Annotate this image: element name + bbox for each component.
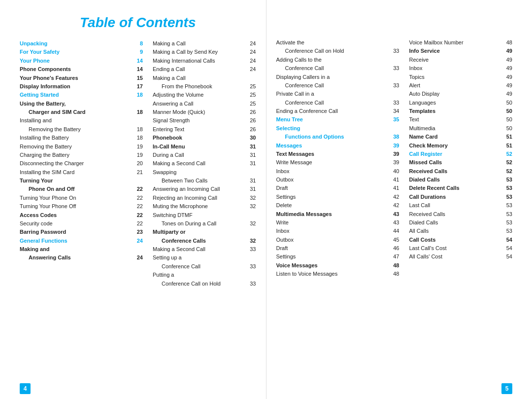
list-item: Your Phone14: [20, 57, 143, 65]
dots-fill: [72, 148, 133, 148]
dots-fill: [184, 156, 246, 157]
entry-label: Phonebook: [153, 134, 182, 142]
list-item: Conference Call33: [153, 262, 256, 271]
entry-label: Setting up a: [153, 254, 182, 262]
dots-fill: [332, 216, 390, 216]
list-item: Getting Started18: [20, 91, 143, 99]
list-item: Multimedia Messages43: [276, 210, 399, 218]
list-item: Switching DTMF: [153, 211, 256, 219]
list-item: Call Costs54: [409, 236, 513, 244]
entry-label: Display Information: [20, 82, 70, 91]
dots-fill: [429, 232, 502, 233]
page-number: 49: [502, 56, 512, 64]
page-number: 53: [502, 210, 512, 218]
entry-label: Conference Calls: [153, 237, 206, 245]
list-item: Delete Recent Calls53: [409, 184, 513, 192]
entry-label: Templates: [409, 107, 436, 115]
list-item: Making a Second Call31: [153, 159, 256, 168]
dots-fill: [205, 113, 246, 114]
entry-label: Languages: [409, 99, 436, 107]
list-item: Write Message39: [276, 158, 399, 167]
list-item: Answering an Incoming Call31: [153, 185, 256, 193]
dots-fill: [205, 251, 246, 251]
list-item: During a Call31: [153, 151, 256, 159]
dots-fill: [182, 139, 246, 140]
entry-label: Conference Call on Hold: [153, 280, 221, 288]
list-item: Voice Mailbox Number48: [409, 38, 513, 47]
list-item: Charging the Battery19: [20, 151, 143, 159]
entry-label: Installing the SIM Card: [20, 168, 74, 177]
entry-label: Last Call: [409, 201, 431, 210]
dots-fill: [324, 87, 389, 87]
dots-fill: [435, 112, 502, 113]
entry-label: Voice Mailbox Number: [409, 38, 464, 47]
entry-label: Barring Password: [20, 228, 66, 236]
entry-label: Conference Call: [276, 64, 324, 73]
dots-fill: [337, 275, 389, 276]
page-number: 33: [246, 280, 256, 288]
entry-label: Received Calls: [409, 167, 448, 176]
toc-left-columns: Unpacking8For Your Safety9Your Phone14Ph…: [20, 39, 256, 288]
page-number: 35: [390, 115, 399, 124]
dots-fill: [194, 105, 246, 106]
list-item: Conference Calls32: [153, 237, 256, 245]
list-item: Selecting: [276, 124, 399, 133]
dots-fill: [438, 224, 502, 224]
entry-label: Auto Display: [409, 90, 440, 98]
entry-label: General Functions: [20, 237, 67, 245]
page-number: 19: [133, 143, 143, 151]
dots-fill: [71, 259, 133, 259]
toc-col1: Unpacking8For Your Safety9Your Phone14Ph…: [20, 39, 148, 288]
dots-fill: [220, 190, 246, 191]
entry-label: Outbox: [276, 176, 294, 184]
dots-fill: [207, 182, 246, 182]
dots-fill: [53, 225, 133, 225]
list-item: Installing the Battery18: [20, 134, 143, 142]
entry-label: Your Phone: [20, 57, 50, 65]
list-item: Listen to Voice Messages48: [276, 270, 399, 278]
page-number: 33: [390, 47, 399, 55]
page-number: 43: [390, 210, 399, 218]
page-number: 14: [133, 57, 143, 65]
entry-label: Multiparty or: [153, 228, 186, 236]
list-item: Call Register52: [409, 150, 513, 158]
list-item: Topics49: [409, 73, 513, 81]
list-item: Signal Strength26: [153, 116, 256, 125]
list-item: Text Messages39: [276, 150, 399, 158]
dots-fill: [289, 173, 389, 173]
entry-label: Settings: [276, 253, 296, 261]
page-number-right: 5: [501, 383, 512, 394]
entry-label: Security code: [20, 219, 53, 228]
entry-label: Turning Your Phone On: [20, 194, 76, 202]
page-number: 53: [502, 176, 512, 184]
dots-fill: [314, 155, 390, 156]
entry-label: Using the Battery,: [20, 100, 66, 108]
page-number: 26: [246, 108, 256, 116]
page-number: 54: [502, 244, 512, 253]
list-item: From the Phonebook25: [153, 82, 256, 91]
entry-label: Received Calls: [409, 210, 445, 218]
page-number: 25: [246, 91, 256, 99]
entry-label: Selecting: [276, 124, 300, 133]
entry-label: Answering an Incoming Call: [153, 185, 220, 193]
dots-fill: [215, 62, 246, 63]
page-number: 31: [246, 159, 256, 168]
dots-fill: [69, 156, 133, 157]
page-number: 54: [502, 236, 512, 244]
entry-label: Multimedia Messages: [276, 210, 332, 218]
entry-label: Last Call's Cost: [409, 244, 447, 253]
page-number: 53: [502, 218, 512, 227]
list-item: Display Information17: [20, 82, 143, 91]
page-number: 49: [502, 47, 512, 55]
page-number: 49: [502, 90, 512, 98]
list-item: Using the Battery,: [20, 100, 143, 108]
list-item: Answering a Call25: [153, 100, 256, 108]
dots-fill: [217, 199, 246, 200]
page-number: 34: [390, 107, 399, 115]
page-number: 50: [502, 124, 512, 133]
entry-label: Manner Mode (Quick): [153, 108, 205, 116]
entry-label: From the Phonebook: [153, 82, 212, 91]
list-item: Phonebook30: [153, 134, 256, 142]
dots-fill: [289, 232, 389, 233]
entry-label: Making a Call: [153, 74, 186, 82]
